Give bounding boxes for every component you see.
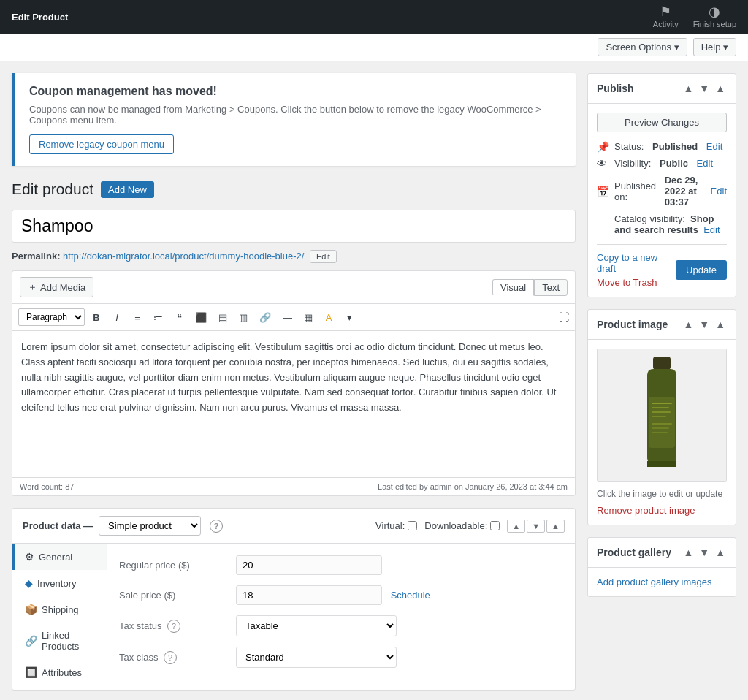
sale-price-input[interactable] — [236, 585, 382, 605]
product-title-input[interactable] — [12, 210, 576, 243]
collapse-buttons: ▲ ▼ ▲ — [507, 520, 565, 533]
catalog-edit-link[interactable]: Edit — [703, 224, 720, 235]
downloadable-checkbox[interactable] — [490, 521, 500, 530]
remove-product-image-link[interactable]: Remove product image — [597, 505, 695, 516]
svg-rect-10 — [647, 461, 676, 467]
permalink-row: Permalink: http://dokan-migrator.local/p… — [12, 250, 576, 263]
product-image-close[interactable]: ▲ — [714, 317, 727, 332]
table-button[interactable]: ▦ — [299, 310, 317, 325]
preview-changes-button[interactable]: Preview Changes — [597, 113, 727, 132]
published-date-row: 📅 Published on: Dec 29, 2022 at 03:37 Ed… — [597, 175, 727, 208]
word-count: Word count: 87 — [20, 482, 74, 491]
tax-status-help-icon[interactable]: ? — [167, 620, 180, 633]
published-edit-link[interactable]: Edit — [711, 186, 727, 197]
more-button[interactable]: ▾ — [340, 310, 358, 325]
finish-setup-button[interactable]: ◑ Finish setup — [693, 5, 736, 28]
publish-close-button[interactable]: ▲ — [714, 81, 727, 96]
shipping-icon: 📦 — [25, 604, 37, 615]
product-data-body: ⚙ General ◆ Inventory 📦 Shipping 🔗 Linke… — [12, 544, 575, 690]
screen-options-button[interactable]: Screen Options ▾ — [598, 38, 687, 56]
publish-collapse-up-button[interactable]: ▲ — [682, 81, 695, 96]
status-label: Status: — [614, 141, 644, 152]
product-gallery-box-header: Product gallery ▲ ▼ ▲ — [588, 538, 736, 568]
align-right-button[interactable]: ▥ — [234, 310, 252, 325]
visual-tab[interactable]: Visual — [492, 279, 534, 296]
move-to-trash-link[interactable]: Move to Trash — [597, 277, 657, 288]
virtual-checkbox-label[interactable]: Virtual: — [375, 520, 417, 531]
align-left-button[interactable]: ⬛ — [191, 310, 211, 325]
tab-inventory[interactable]: ◆ Inventory — [12, 570, 107, 596]
paragraph-select[interactable]: Paragraph — [18, 308, 85, 326]
add-new-button[interactable]: Add New — [101, 181, 154, 198]
product-gallery-close[interactable]: ▲ — [714, 545, 727, 560]
svg-rect-3 — [652, 403, 672, 404]
product-image-collapse-down[interactable]: ▼ — [698, 317, 711, 332]
top-bar: Edit Product ⚑ Activity ◑ Finish setup — [0, 0, 748, 34]
collapse-up-button[interactable]: ▲ — [507, 520, 525, 533]
tax-status-select[interactable]: Taxable — [236, 615, 397, 636]
tab-shipping[interactable]: 📦 Shipping — [12, 596, 107, 623]
copy-to-draft-link[interactable]: Copy to a new draft — [597, 252, 676, 274]
blockquote-button[interactable]: ❝ — [170, 310, 188, 325]
ordered-list-button[interactable]: ≔ — [149, 310, 167, 325]
product-gallery-collapse-down[interactable]: ▼ — [698, 545, 711, 560]
product-image-container[interactable] — [597, 349, 727, 482]
tax-class-help-icon[interactable]: ? — [164, 651, 177, 664]
product-image-collapse-up[interactable]: ▲ — [682, 317, 695, 332]
tab-general[interactable]: ⚙ General — [12, 544, 107, 570]
publish-collapse-down-button[interactable]: ▼ — [698, 81, 711, 96]
page-title-row: Edit product Add New — [12, 180, 576, 198]
product-data-title: Product data — Simple product ? — [23, 516, 223, 536]
product-type-help-icon[interactable]: ? — [210, 520, 223, 533]
notice-text: Coupons can now be managed from Marketin… — [29, 104, 561, 126]
unordered-list-button[interactable]: ≡ — [129, 310, 146, 325]
product-image-content: Click the image to edit or update Remove… — [588, 340, 736, 525]
tab-linked-products[interactable]: 🔗 Linked Products — [12, 623, 107, 659]
help-button[interactable]: Help ▾ — [693, 38, 736, 56]
tax-class-row: Tax class ? Standard — [119, 647, 563, 668]
product-gallery-collapse-up[interactable]: ▲ — [682, 545, 695, 560]
virtual-checkbox[interactable] — [408, 521, 417, 530]
add-gallery-images-link[interactable]: Add product gallery images — [597, 577, 712, 587]
horizontal-rule-button[interactable]: — — [278, 310, 297, 325]
product-gallery-title: Product gallery — [597, 547, 671, 558]
permalink-edit-button[interactable]: Edit — [310, 250, 337, 263]
product-data-content: Regular price ($) Sale price ($) Schedul… — [107, 544, 575, 690]
published-value: Dec 29, 2022 at 03:37 — [665, 175, 702, 208]
bold-button[interactable]: B — [88, 310, 105, 325]
editor-content[interactable]: Lorem ipsum dolor sit amet, consectetur … — [12, 331, 575, 477]
status-edit-link[interactable]: Edit — [706, 141, 722, 152]
update-button[interactable]: Update — [676, 260, 727, 280]
main-wrap: Coupon management has moved! Coupons can… — [0, 61, 748, 700]
product-data-controls: Virtual: Downloadable: ▲ ▼ ▲ — [375, 520, 565, 533]
tax-class-select[interactable]: Standard — [236, 647, 397, 668]
collapse-close-button[interactable]: ▲ — [546, 520, 565, 533]
downloadable-checkbox-label[interactable]: Downloadable: — [424, 520, 500, 531]
svg-rect-5 — [652, 411, 671, 413]
expand-editor-button[interactable]: ⛶ — [559, 311, 569, 323]
regular-price-input[interactable] — [236, 555, 382, 575]
editor-toolbar-top: ＋ Add Media Visual Text — [12, 271, 575, 304]
permalink-label: Permalink: — [12, 251, 60, 262]
collapse-down-button[interactable]: ▼ — [527, 520, 545, 533]
color-button[interactable]: A — [320, 310, 337, 325]
plus-icon: ＋ — [28, 281, 37, 294]
svg-rect-9 — [652, 432, 668, 433]
remove-legacy-coupon-button[interactable]: Remove legacy coupon menu — [29, 134, 174, 154]
visibility-value: Public — [660, 158, 688, 169]
link-button[interactable]: 🔗 — [255, 310, 275, 325]
calendar-icon: 📅 — [597, 186, 609, 197]
add-media-button[interactable]: ＋ Add Media — [20, 277, 94, 297]
text-tab[interactable]: Text — [534, 279, 568, 296]
product-data-tabs: ⚙ General ◆ Inventory 📦 Shipping 🔗 Linke… — [12, 544, 107, 690]
permalink-url[interactable]: http://dokan-migrator.local/product/dumm… — [63, 251, 304, 262]
align-center-button[interactable]: ▤ — [214, 310, 232, 325]
tab-attributes[interactable]: 🔲 Attributes — [12, 659, 107, 685]
schedule-link[interactable]: Schedule — [391, 590, 430, 601]
product-image-note: Click the image to edit or update — [597, 489, 727, 499]
visibility-edit-link[interactable]: Edit — [697, 158, 713, 169]
linked-products-icon: 🔗 — [25, 635, 37, 647]
activity-button[interactable]: ⚑ Activity — [653, 5, 679, 28]
product-type-select[interactable]: Simple product — [99, 516, 201, 536]
italic-button[interactable]: I — [108, 310, 126, 325]
